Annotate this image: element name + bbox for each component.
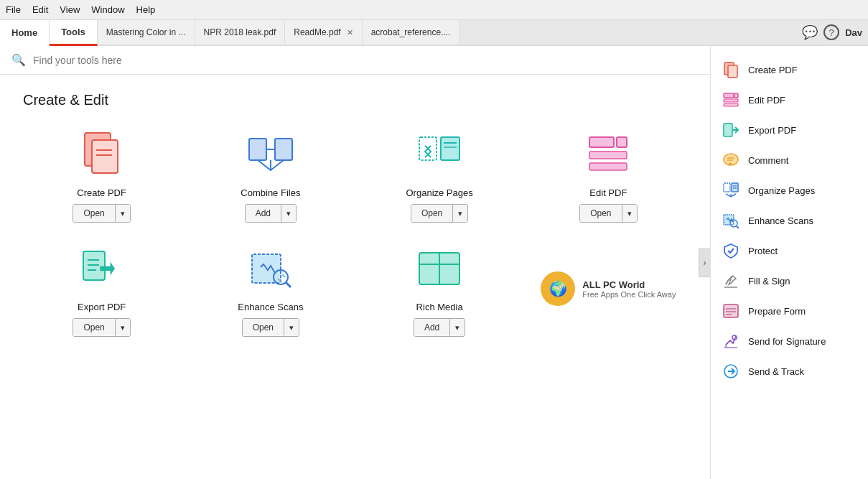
enhance-scans-label: Enhance Scans: [238, 302, 303, 312]
menu-help[interactable]: Help: [136, 4, 156, 15]
rich-media-add-button[interactable]: Add: [414, 319, 450, 336]
watermark-text: ALL PC World Free Apps One Click Away: [582, 279, 676, 299]
send-track-sidebar-icon: [722, 363, 739, 380]
send-for-signature-sidebar-icon: x: [722, 332, 739, 350]
enhance-scans-btn-group: Open ▾: [242, 318, 299, 337]
sidebar-item-enhance-scans[interactable]: Enhance Scans: [711, 205, 868, 236]
menu-view[interactable]: View: [60, 4, 80, 15]
svg-rect-44: [724, 304, 738, 317]
section-title-create-edit: Create & Edit: [23, 92, 687, 108]
tab-actions: 💬 ? Dav: [796, 20, 868, 45]
sidebar-item-create-pdf[interactable]: Create PDF: [711, 55, 868, 85]
tool-card-organize-pages: Organize Pages Open ▾: [361, 129, 518, 223]
organize-pages-sidebar-icon: [722, 182, 739, 199]
chevron-right-icon: ›: [704, 258, 706, 268]
svg-rect-1: [92, 140, 118, 173]
svg-rect-14: [617, 137, 627, 147]
svg-rect-4: [249, 139, 266, 160]
svg-rect-35: [724, 183, 730, 192]
menu-bar: File Edit View Window Help: [0, 0, 868, 20]
menu-file[interactable]: File: [6, 4, 21, 15]
combine-files-arrow-button[interactable]: ▾: [281, 205, 296, 222]
enhance-scans-arrow-button[interactable]: ▾: [284, 319, 299, 336]
combine-files-add-button[interactable]: Add: [246, 205, 281, 222]
prepare-form-sidebar-icon: [722, 302, 739, 320]
comments-icon[interactable]: 💬: [802, 24, 818, 40]
sidebar-create-pdf-label: Create PDF: [748, 65, 798, 75]
menu-edit[interactable]: Edit: [32, 4, 48, 15]
edit-pdf-arrow-button[interactable]: ▾: [622, 205, 637, 222]
sidebar-item-edit-pdf[interactable]: Edit PDF: [711, 85, 868, 115]
enhance-scans-open-button[interactable]: Open: [243, 319, 284, 336]
svg-line-42: [737, 226, 739, 228]
organize-pages-label: Organize Pages: [406, 187, 473, 198]
sidebar-item-fill-sign[interactable]: Fill & Sign: [711, 266, 868, 296]
create-pdf-sidebar-icon: [722, 61, 739, 78]
tab-tools[interactable]: Tools: [50, 20, 98, 46]
sidebar-item-send-for-signature[interactable]: x Send for Signature: [711, 326, 868, 356]
export-pdf-arrow-button[interactable]: ▾: [116, 319, 130, 336]
create-pdf-open-button[interactable]: Open: [73, 205, 115, 222]
tool-card-placeholder: 🌍 ALL PC World Free Apps One Click Away: [530, 243, 687, 337]
menu-window[interactable]: Window: [91, 4, 124, 15]
sidebar-enhance-scans-label: Enhance Scans: [748, 215, 813, 226]
tab-doc3[interactable]: ReadMe.pdf ✕: [285, 20, 362, 45]
watermark-logo: 🌍: [541, 271, 575, 306]
tools-grid-row2: Export PDF Open ▾: [23, 243, 687, 337]
export-pdf-open-button[interactable]: Open: [73, 319, 115, 336]
sidebar-item-send-track[interactable]: Send & Track: [711, 356, 868, 386]
sidebar-item-export-pdf[interactable]: Export PDF: [711, 115, 868, 145]
comment-sidebar-icon: [722, 152, 739, 169]
sidebar-organize-pages-label: Organize Pages: [748, 185, 815, 196]
sidebar-send-for-signature-label: Send for Signature: [748, 336, 826, 347]
enhance-scans-icon: [242, 243, 299, 294]
svg-rect-5: [275, 139, 292, 160]
edit-pdf-btn-group: Open ▾: [579, 204, 637, 223]
sidebar-fill-sign-label: Fill & Sign: [748, 276, 790, 287]
svg-rect-29: [724, 103, 738, 106]
close-doc3-button[interactable]: ✕: [347, 28, 353, 37]
svg-rect-30: [734, 93, 738, 98]
enhance-scans-sidebar-icon: [722, 212, 739, 229]
sidebar-collapse-arrow[interactable]: ›: [699, 248, 710, 277]
organize-pages-arrow-button[interactable]: ▾: [453, 205, 467, 222]
sidebar-item-comment[interactable]: Comment: [711, 145, 868, 175]
create-pdf-arrow-button[interactable]: ▾: [116, 205, 130, 222]
tab-home[interactable]: Home: [0, 20, 50, 46]
rich-media-icon: [411, 243, 468, 294]
rich-media-arrow-button[interactable]: ▾: [450, 319, 465, 336]
organize-pages-btn-group: Open ▾: [411, 204, 468, 223]
tool-card-edit-pdf: Edit PDF Open ▾: [530, 129, 687, 223]
combine-files-icon: [242, 129, 299, 180]
export-pdf-label: Export PDF: [78, 302, 126, 312]
svg-rect-12: [589, 152, 627, 159]
tab-doc2[interactable]: NPR 2018 leak.pdf: [195, 20, 286, 45]
sidebar-item-prepare-form[interactable]: Prepare Form: [711, 296, 868, 326]
svg-rect-28: [724, 99, 738, 102]
tool-card-enhance-scans: Enhance Scans Open ▾: [192, 243, 349, 337]
edit-pdf-label: Edit PDF: [589, 187, 627, 198]
tab-doc1[interactable]: Mastering Color in ...: [98, 20, 195, 45]
search-input[interactable]: [33, 55, 699, 66]
sidebar-prepare-form-label: Prepare Form: [748, 306, 806, 317]
create-pdf-btn-group: Open ▾: [73, 204, 130, 223]
combine-files-btn-group: Add ▾: [245, 204, 297, 223]
edit-pdf-sidebar-icon: [722, 91, 739, 108]
tab-doc4[interactable]: acrobat_reference....: [363, 20, 460, 45]
tool-card-create-pdf: Create PDF Open ▾: [23, 129, 180, 223]
sidebar-item-organize-pages[interactable]: Organize Pages: [711, 175, 868, 205]
user-avatar[interactable]: Dav: [845, 27, 862, 38]
edit-pdf-open-button[interactable]: Open: [580, 205, 622, 222]
protect-sidebar-icon: [722, 242, 739, 259]
tools-area: Create & Edit Create PDF: [0, 75, 710, 472]
svg-rect-13: [589, 163, 627, 170]
sidebar-item-protect[interactable]: Protect: [711, 236, 868, 266]
create-pdf-icon: [73, 129, 131, 180]
organize-pages-open-button[interactable]: Open: [411, 205, 453, 222]
tools-grid-row1: Create PDF Open ▾: [23, 129, 687, 223]
export-pdf-btn-group: Open ▾: [73, 318, 130, 337]
svg-rect-36: [732, 183, 738, 192]
combine-files-label: Combine Files: [241, 187, 300, 198]
tool-card-export-pdf: Export PDF Open ▾: [23, 243, 180, 337]
help-icon[interactable]: ?: [823, 24, 839, 40]
